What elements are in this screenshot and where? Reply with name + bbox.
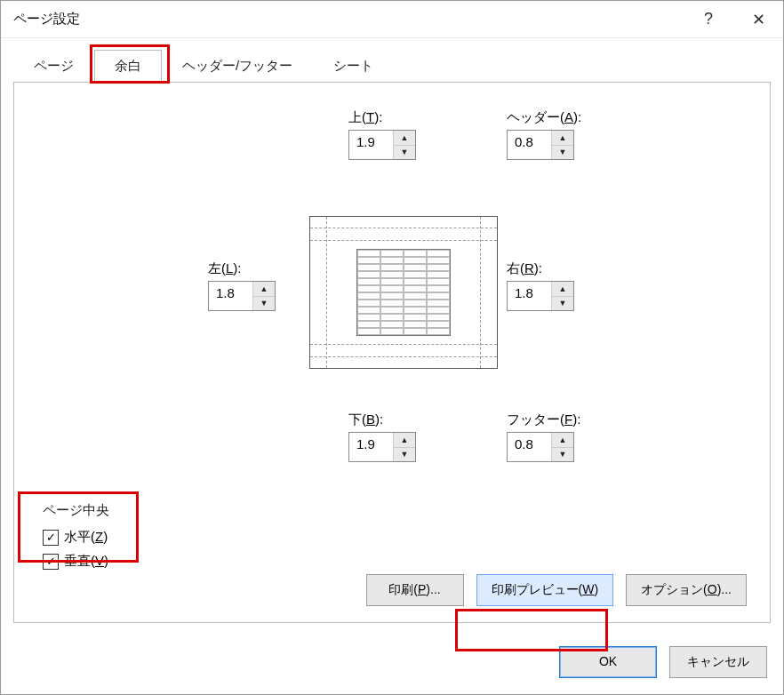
checkbox-icon: ✓ (43, 530, 59, 546)
margin-bottom-down[interactable]: ▼ (394, 448, 415, 462)
margin-left-value[interactable]: 1.8 (209, 282, 253, 310)
options-button[interactable]: オプション(O)... (626, 574, 747, 606)
checkbox-icon: ✓ (43, 554, 59, 570)
margin-right-label: 右(R): (507, 260, 542, 277)
margin-top-spinner[interactable]: 1.9 ▲ ▼ (348, 130, 416, 160)
margin-header-down[interactable]: ▼ (552, 146, 573, 160)
center-on-page-group: ページ中央 ✓ 水平(Z) ✓ 垂直(V) (41, 502, 743, 579)
margin-right-value[interactable]: 1.8 (508, 282, 552, 310)
margin-left-label: 左(L): (208, 260, 242, 277)
margin-right-spinner[interactable]: 1.8 ▲ ▼ (507, 281, 574, 311)
tab-page[interactable]: ページ (13, 50, 94, 83)
margin-top-group: 上(T): 1.9 ▲ ▼ (348, 109, 416, 160)
margin-left-up[interactable]: ▲ (253, 282, 275, 297)
margin-right-down[interactable]: ▼ (552, 297, 573, 311)
margin-right-up[interactable]: ▲ (552, 282, 573, 297)
margin-top-down[interactable]: ▼ (394, 146, 415, 160)
margin-bottom-group: 下(B): 1.9 ▲ ▼ (348, 411, 416, 462)
margin-right-group: 右(R): 1.8 ▲ ▼ (507, 260, 574, 311)
tab-bar: ページ 余白 ヘッダー/フッター シート (1, 38, 783, 82)
cancel-button[interactable]: キャンセル (669, 646, 767, 678)
margin-header-label: ヘッダー(A): (507, 109, 581, 126)
margin-top-label: 上(T): (348, 109, 382, 126)
center-horizontal-label: 水平(Z) (64, 529, 108, 546)
close-button[interactable]: ✕ (733, 1, 783, 38)
center-on-page-label: ページ中央 (41, 502, 111, 517)
page-preview-grid (356, 249, 451, 336)
margins-panel: 上(T): 1.9 ▲ ▼ ヘッダー(A): 0.8 ▲ (13, 82, 771, 623)
margin-left-group: 左(L): 1.8 ▲ ▼ (208, 260, 276, 311)
margin-footer-spinner[interactable]: 0.8 ▲ ▼ (507, 432, 574, 462)
margin-top-value[interactable]: 1.9 (349, 131, 394, 159)
margin-footer-group: フッター(F): 0.8 ▲ ▼ (507, 411, 580, 462)
center-vertical-checkbox[interactable]: ✓ 垂直(V) (43, 549, 741, 573)
margin-top-up[interactable]: ▲ (394, 131, 415, 146)
margin-bottom-up[interactable]: ▲ (394, 433, 415, 448)
ok-button[interactable]: OK (559, 646, 657, 678)
margin-left-down[interactable]: ▼ (253, 297, 275, 311)
margin-bottom-spinner[interactable]: 1.9 ▲ ▼ (348, 432, 416, 462)
margin-left-spinner[interactable]: 1.8 ▲ ▼ (208, 281, 276, 311)
center-vertical-label: 垂直(V) (64, 553, 108, 570)
margin-header-up[interactable]: ▲ (552, 131, 573, 146)
action-buttons: 印刷(P)... 印刷プレビュー(W) オプション(O)... (366, 574, 747, 606)
help-button[interactable]: ? (684, 1, 733, 38)
page-preview (309, 216, 498, 369)
margin-footer-label: フッター(F): (507, 411, 580, 428)
margin-header-spinner[interactable]: 0.8 ▲ ▼ (507, 130, 574, 160)
tab-sheet[interactable]: シート (313, 50, 394, 83)
margin-header-value[interactable]: 0.8 (508, 131, 552, 159)
window-title: ページ設定 (13, 11, 684, 28)
margin-header-group: ヘッダー(A): 0.8 ▲ ▼ (507, 109, 581, 160)
tab-headerfooter[interactable]: ヘッダー/フッター (162, 50, 313, 83)
titlebar: ページ設定 ? ✕ (1, 1, 783, 38)
dialog-footer: OK キャンセル (1, 634, 783, 694)
center-horizontal-checkbox[interactable]: ✓ 水平(Z) (43, 525, 741, 549)
margin-bottom-value[interactable]: 1.9 (349, 433, 394, 461)
margin-footer-down[interactable]: ▼ (552, 448, 573, 462)
print-preview-button[interactable]: 印刷プレビュー(W) (476, 574, 614, 606)
margins-area: 上(T): 1.9 ▲ ▼ ヘッダー(A): 0.8 ▲ (41, 109, 743, 483)
margin-footer-value[interactable]: 0.8 (508, 433, 552, 461)
margin-footer-up[interactable]: ▲ (552, 433, 573, 448)
tab-margins[interactable]: 余白 (94, 50, 162, 83)
page-setup-dialog: ページ設定 ? ✕ ページ 余白 ヘッダー/フッター シート 上(T): 1.9… (0, 0, 784, 695)
margin-bottom-label: 下(B): (348, 411, 383, 428)
print-button[interactable]: 印刷(P)... (366, 574, 464, 606)
